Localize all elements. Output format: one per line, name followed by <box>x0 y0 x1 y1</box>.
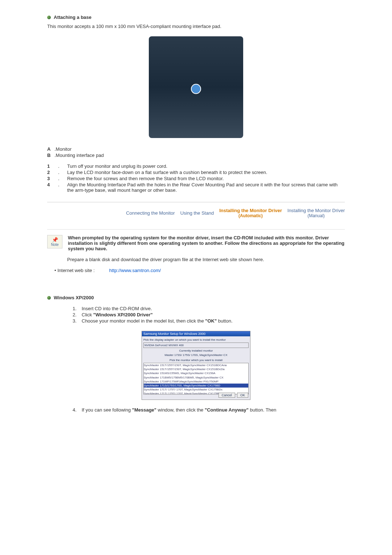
label-row-b: B .Mounting interface pad <box>47 153 345 158</box>
label-row-a: A .Monitor <box>47 146 345 152</box>
tab-using[interactable]: Using the Stand <box>180 210 214 216</box>
step-3: 3 . Remove the four screws and then remo… <box>47 176 345 181</box>
note-icon: 📌 Note <box>47 235 62 248</box>
win-steps: 1. Insert CD into the CD-ROM drive. 2. C… <box>73 306 345 324</box>
link-url[interactable]: http://www.samtron.com/ <box>109 268 161 273</box>
cancel-button[interactable]: Cancel <box>219 393 235 398</box>
ok-button[interactable]: OK <box>237 393 248 398</box>
win-step-2: 2. Click "Windows XP/2000 Driver" <box>73 312 345 317</box>
monitor-back-illustration <box>149 36 243 138</box>
step-dot: . <box>58 163 67 169</box>
pin-icon: 📌 <box>52 237 58 243</box>
bold: "Windows XP/2000 Driver" <box>93 312 153 317</box>
bullet-icon <box>47 296 51 300</box>
section-header: Attaching a base <box>47 15 345 20</box>
ol-text: Choose your monitor model in the model l… <box>82 318 233 324</box>
dialog-line: Pick the monitor which you want to insta… <box>143 358 249 362</box>
ol-num: 2. <box>73 312 82 317</box>
step-text: Turn off your monitor and unplug its pow… <box>67 163 345 169</box>
step-num: 2 <box>47 170 58 175</box>
section-title-win: Windows XP/2000 <box>54 295 94 300</box>
divider <box>47 202 345 202</box>
intro-text: This monitor accepts a 100 mm x 100 mm V… <box>47 24 345 29</box>
dialog-screenshot: Samsung Monitor Setup for Windows 2000 P… <box>142 331 250 400</box>
prepare-text: Prepare a blank disk and download the dr… <box>67 257 345 262</box>
mid: window, then click the <box>156 407 205 413</box>
section-title: Attaching a base <box>54 15 91 20</box>
prefix: Click <box>82 312 93 317</box>
label-a-text: .Monitor <box>54 146 72 152</box>
label-b-key: B <box>47 153 54 158</box>
step-2: 2 . Lay the LCD monitor face-down on a f… <box>47 170 345 175</box>
suffix: button. <box>217 318 232 324</box>
note-text: When prompted by the operating system fo… <box>68 235 345 251</box>
label-list: A .Monitor B .Mounting interface pad <box>47 146 345 158</box>
tab-sub: (Manual) <box>287 213 345 218</box>
bold: "Message" <box>132 407 156 413</box>
bullet-icon <box>47 16 51 19</box>
bold: "Continue Anyway" <box>205 407 249 413</box>
dialog-line: Currently installed monitor <box>143 349 249 353</box>
step-text: Remove the four screws and then remove t… <box>67 176 345 181</box>
ol-num: 1. <box>73 306 82 311</box>
step-1: 1 . Turn off your monitor and unplug its… <box>47 163 345 169</box>
dialog-list: SyncMaster 151T/155T/150T, MagicSyncMast… <box>143 363 249 394</box>
link-label: Internet web site : <box>54 268 95 273</box>
tab-install-auto[interactable]: Installing the Monitor Driver (Automatic… <box>219 208 282 218</box>
note-label: Note <box>51 243 58 247</box>
step-num: 1 <box>47 163 58 169</box>
step-num: 3 <box>47 176 58 181</box>
dialog-line: Master 173S/ 175S/ 170S, MagicSyncMaster… <box>143 353 249 357</box>
prefix: If you can see following <box>82 407 132 413</box>
win-step-4: 4. If you can see following "Message" wi… <box>73 407 345 413</box>
ol-text: If you can see following "Message" windo… <box>82 407 276 413</box>
windows-section: Windows XP/2000 1. Insert CD into the CD… <box>47 295 345 413</box>
tab-row: Connecting the Monitor Using the Stand I… <box>47 208 345 218</box>
ol-num: 3. <box>73 318 82 324</box>
dialog-line: NVIDIA GeForce2 MX/MX 400 <box>143 343 249 348</box>
tab-label: Installing the Monitor Driver <box>219 208 282 213</box>
step-dot: . <box>58 170 67 175</box>
tab-connecting[interactable]: Connecting the Monitor <box>126 210 175 216</box>
tab-install-manual[interactable]: Installing the Monitor Driver (Manual) <box>287 208 345 218</box>
divider <box>47 229 345 230</box>
bold: "OK" <box>205 318 217 324</box>
monitor-image <box>47 36 345 139</box>
dialog-title: Samsung Monitor Setup for Windows 2000 <box>142 331 250 336</box>
win-step-1: 1. Insert CD into the CD-ROM drive. <box>73 306 345 311</box>
note-box: 📌 Note When prompted by the operating sy… <box>47 235 345 251</box>
steps-list: 1 . Turn off your monitor and unplug its… <box>47 163 345 193</box>
ol-text: Insert CD into the CD-ROM drive. <box>82 306 152 311</box>
step-4: 4 . Align the Mounting Interface Pad wit… <box>47 182 345 193</box>
suffix: button. Then <box>249 407 276 413</box>
dialog-body: Pick the display adapter on which you wa… <box>143 338 249 394</box>
label-a-key: A <box>47 146 54 152</box>
prefix: Choose your monitor model in the model l… <box>82 318 205 324</box>
ol-text: Click "Windows XP/2000 Driver" <box>82 312 153 317</box>
step-text: Align the Mounting Interface Pad with th… <box>67 182 345 193</box>
label-b-text: .Mounting interface pad <box>54 153 104 158</box>
tab-label: Installing the Monitor Driver <box>287 208 345 213</box>
dialog-buttons: Cancel OK <box>217 393 248 398</box>
step-num: 4 <box>47 182 58 193</box>
ol-num: 4. <box>73 407 82 413</box>
dialog-line: Pick the display adapter on which you wa… <box>143 338 249 342</box>
link-row: Internet web site : http://www.samtron.c… <box>54 268 345 273</box>
tab-sub: (Automatic) <box>219 213 282 218</box>
step-dot: . <box>58 182 67 193</box>
step-text: Lay the LCD monitor face-down on a flat … <box>67 170 345 175</box>
win-step-3: 3. Choose your monitor model in the mode… <box>73 318 345 324</box>
section-header-win: Windows XP/2000 <box>47 295 345 300</box>
step-dot: . <box>58 176 67 181</box>
